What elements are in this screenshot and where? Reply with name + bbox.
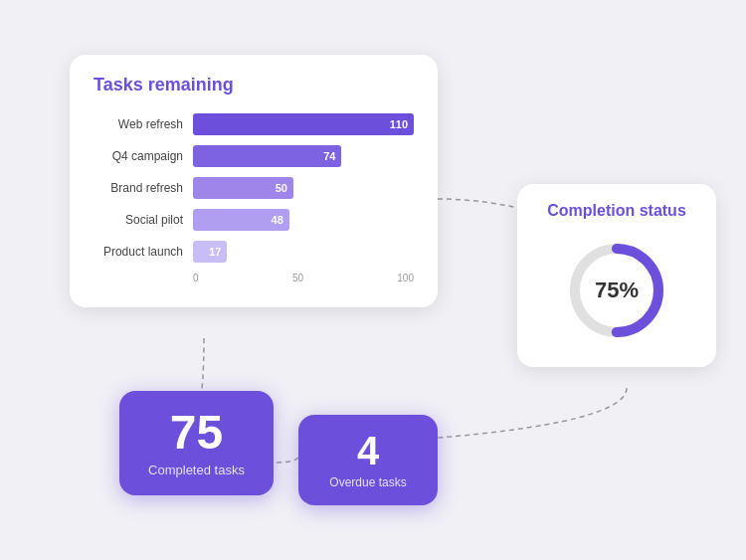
- bar-fill: 48: [193, 209, 289, 231]
- completion-card-title: Completion status: [547, 202, 686, 220]
- bar-value: 74: [323, 150, 335, 162]
- bar-row: Q4 campaign74: [93, 145, 414, 167]
- completed-tasks-card: 75 Completed tasks: [119, 391, 274, 495]
- bar-label: Brand refresh: [93, 181, 193, 195]
- bar-row: Social pilot48: [93, 209, 414, 231]
- bar-fill: 110: [193, 113, 414, 135]
- bar-chart: Web refresh110Q4 campaign74Brand refresh…: [93, 113, 414, 263]
- axis-label: 0: [193, 273, 199, 283]
- donut-chart: 75%: [562, 236, 671, 345]
- tasks-remaining-card: Tasks remaining Web refresh110Q4 campaig…: [70, 55, 438, 307]
- completion-status-card: Completion status 75%: [517, 184, 716, 367]
- bar-value: 110: [390, 118, 408, 130]
- bar-row: Product launch17: [93, 241, 414, 263]
- dashboard-canvas: Tasks remaining Web refresh110Q4 campaig…: [0, 0, 746, 560]
- bar-outer: 110: [193, 113, 414, 135]
- bar-value: 50: [276, 182, 287, 194]
- bar-fill: 17: [193, 241, 227, 263]
- bar-value: 17: [209, 246, 221, 258]
- bar-outer: 17: [193, 241, 414, 263]
- bar-value: 48: [272, 214, 283, 226]
- bar-fill: 74: [193, 145, 341, 167]
- tasks-card-title: Tasks remaining: [93, 75, 414, 95]
- axis-label: 50: [292, 273, 303, 283]
- overdue-tasks-number: 4: [357, 431, 379, 470]
- bar-row: Brand refresh50: [93, 177, 414, 199]
- bar-label: Q4 campaign: [93, 149, 193, 163]
- overdue-tasks-label: Overdue tasks: [329, 475, 406, 489]
- bar-label: Product launch: [93, 245, 193, 259]
- donut-percent-label: 75%: [595, 278, 639, 303]
- bar-axis: 050100: [193, 273, 414, 283]
- bar-label: Web refresh: [93, 117, 193, 131]
- bar-fill: 50: [193, 177, 293, 199]
- bar-outer: 74: [193, 145, 414, 167]
- axis-label: 100: [397, 273, 414, 283]
- overdue-tasks-card: 4 Overdue tasks: [298, 415, 438, 505]
- bar-label: Social pilot: [93, 213, 193, 227]
- bar-outer: 48: [193, 209, 414, 231]
- bar-outer: 50: [193, 177, 414, 199]
- bar-row: Web refresh110: [93, 113, 414, 135]
- completed-tasks-number: 75: [170, 409, 223, 457]
- completed-tasks-label: Completed tasks: [148, 463, 245, 477]
